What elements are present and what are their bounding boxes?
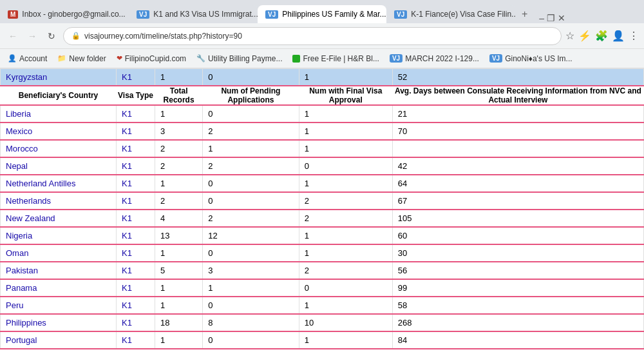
minimize-icon[interactable]: –: [539, 13, 544, 23]
header-total: Total Records: [155, 86, 203, 105]
table-cell: 99: [392, 279, 643, 297]
table-cell[interactable]: Netherland Antilles: [1, 175, 117, 192]
bookmark-new-folder-label: New folder: [69, 54, 106, 63]
table-cell[interactable]: Nepal: [1, 157, 117, 175]
tab-k1k3[interactable]: VJ K1 and K3 Visa US Immigrat... ✕: [129, 5, 258, 23]
table-cell[interactable]: K1: [117, 227, 155, 244]
table-cell[interactable]: Liberia: [1, 105, 117, 123]
table-cell[interactable]: Pakistan: [1, 262, 117, 279]
table-cell: 1: [299, 244, 392, 262]
table-cell: 2: [155, 157, 203, 175]
table-cell[interactable]: Netherlands: [1, 192, 117, 210]
header-final: Num with Final Visa Approval: [299, 86, 392, 105]
close-window-icon[interactable]: ✕: [558, 13, 565, 23]
bookmark-free-efile[interactable]: Free E-File | H&R Bl...: [290, 53, 381, 64]
extensions-icon[interactable]: 🧩: [595, 30, 608, 42]
forward-button[interactable]: →: [24, 28, 40, 44]
performance-icon[interactable]: ⚡: [578, 30, 591, 42]
table-cell[interactable]: K1: [117, 210, 155, 227]
bookmark-filipinocupid-label: FilipinoCupid.com: [125, 54, 186, 63]
account-icon: 👤: [8, 54, 17, 63]
table-cell: 3: [155, 123, 203, 140]
table-cell[interactable]: K1: [117, 192, 155, 210]
table-row: MoroccoK1211: [1, 140, 644, 157]
bookmark-utility-label: Utility Billing Payme...: [208, 54, 282, 63]
tab-k1fiance[interactable]: VJ K-1 Fiance(e) Visa Case Filin... ✕: [386, 5, 515, 23]
bookmark-filipinocupid[interactable]: ❤ FilipinoCupid.com: [114, 53, 189, 64]
address-bar[interactable]: 🔒 visajourney.com/timeline/stats.php?his…: [63, 27, 562, 45]
maximize-icon[interactable]: ❐: [547, 13, 555, 23]
table-container[interactable]: Kyrgyzstan K1 1 0 1 52 Beneficiary's Cou…: [0, 68, 644, 363]
bookmark-ginonia-label: GinoNi♦a's US Im...: [505, 54, 572, 63]
table-cell[interactable]: New Zealand: [1, 210, 117, 227]
table-cell[interactable]: Morocco: [1, 140, 117, 157]
table-cell[interactable]: K1: [117, 331, 155, 349]
table-cell[interactable]: Panama: [1, 279, 117, 297]
table-cell[interactable]: Oman: [1, 244, 117, 262]
table-cell: [392, 140, 643, 157]
vj-badge-2: VJ: [489, 54, 502, 63]
table-cell: 0: [203, 331, 299, 349]
visa-cell: K1: [117, 69, 155, 86]
table-cell: 64: [392, 175, 643, 192]
back-button[interactable]: ←: [5, 28, 21, 44]
country-cell[interactable]: Kyrgyzstan: [1, 69, 117, 86]
table-cell: 1: [299, 140, 392, 157]
table-cell: 0: [203, 297, 299, 314]
table-cell: 70: [392, 123, 643, 140]
table-cell[interactable]: K1: [117, 175, 155, 192]
table-cell[interactable]: K1: [117, 314, 155, 331]
table-row: New ZealandK1422105: [1, 210, 644, 227]
bookmark-utility[interactable]: 🔧 Utility Billing Payme...: [194, 53, 285, 64]
table-row: PeruK110158: [1, 297, 644, 314]
new-tab-button[interactable]: +: [515, 5, 534, 23]
table-row: PortugalK110184: [1, 331, 644, 349]
bookmark-ginonia[interactable]: VJ GinoNi♦a's US Im...: [487, 53, 575, 64]
table-cell[interactable]: K1: [117, 140, 155, 157]
table-cell[interactable]: K1: [117, 244, 155, 262]
table-cell: 1: [299, 331, 392, 349]
address-text: visajourney.com/timeline/stats.php?histo…: [84, 32, 242, 41]
table-cell[interactable]: Portugal: [1, 331, 117, 349]
table-cell[interactable]: K1: [117, 262, 155, 279]
table-cell[interactable]: K1: [117, 279, 155, 297]
table-cell[interactable]: Mexico: [1, 123, 117, 140]
bookmark-march2022[interactable]: VJ MARCH 2022 I-129...: [387, 53, 482, 64]
tab-philippines[interactable]: VJ Philippines US Family & Mar... ✕: [258, 5, 386, 23]
table-cell: 58: [392, 297, 643, 314]
bookmark-account[interactable]: 👤 Account: [5, 53, 50, 64]
tab-gmail[interactable]: M Inbox - ginobergo@gmail.co... ✕: [0, 5, 129, 23]
profile-icon[interactable]: 👤: [612, 30, 625, 42]
table-cell[interactable]: K1: [117, 105, 155, 123]
table-cell[interactable]: Nigeria: [1, 227, 117, 244]
table-cell: 8: [203, 314, 299, 331]
vj-icon-1: VJ: [137, 10, 149, 19]
table-cell[interactable]: Philippines: [1, 314, 117, 331]
bookmark-new-folder[interactable]: 📁 New folder: [55, 53, 108, 64]
table-cell[interactable]: K1: [117, 157, 155, 175]
table-cell: 1: [155, 279, 203, 297]
header-avg: Avg. Days between Consulate Receiving In…: [392, 86, 643, 105]
table-cell[interactable]: K1: [117, 123, 155, 140]
more-menu-icon[interactable]: ⋮: [629, 30, 639, 42]
table-cell: 1: [155, 105, 203, 123]
table-cell[interactable]: Peru: [1, 297, 117, 314]
tab-k1k3-label: K1 and K3 Visa US Immigrat...: [153, 10, 258, 19]
stats-table: Kyrgyzstan K1 1 0 1 52 Beneficiary's Cou…: [0, 68, 644, 349]
table-cell: 1: [203, 140, 299, 157]
table-row: MexicoK132170: [1, 123, 644, 140]
folder-icon: 📁: [57, 54, 66, 63]
table-cell: 2: [203, 157, 299, 175]
refresh-button[interactable]: ↻: [44, 28, 59, 44]
bookmark-star-icon[interactable]: ☆: [565, 30, 574, 42]
header-pending: Num of Pending Applications: [203, 86, 299, 105]
table-cell: 3: [203, 262, 299, 279]
table-cell: 2: [203, 210, 299, 227]
avg-cell: 52: [392, 69, 643, 86]
table-cell: 4: [155, 210, 203, 227]
table-cell[interactable]: K1: [117, 297, 155, 314]
table-cell: 42: [392, 157, 643, 175]
table-row: PanamaK111099: [1, 279, 644, 297]
table-cell: 2: [299, 192, 392, 210]
table-row: NetherlandsK120267: [1, 192, 644, 210]
